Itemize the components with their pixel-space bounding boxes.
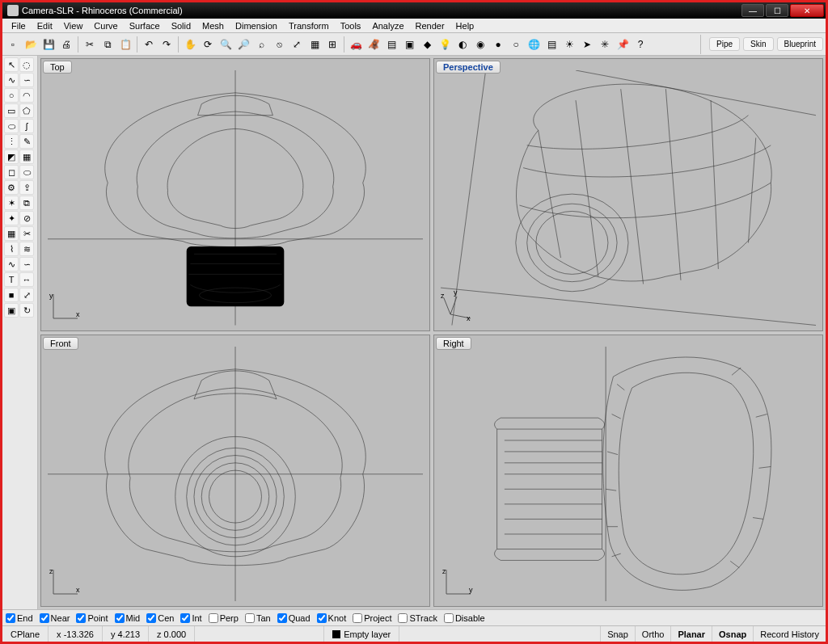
tool-boolean[interactable]: ⊘ (19, 211, 34, 225)
status-layer[interactable]: Empty layer (324, 626, 399, 642)
tool-group[interactable]: ⧉ (19, 196, 34, 210)
tool-surface-corner[interactable]: ◩ (4, 149, 19, 164)
tool-spark[interactable]: ✦ (4, 211, 19, 225)
osnap-project[interactable]: Project (353, 613, 391, 623)
tool-trim[interactable]: ✂ (19, 226, 34, 241)
tool-rect[interactable]: ▭ (4, 103, 19, 118)
menu-tools[interactable]: Tools (335, 20, 367, 32)
osnap-mid[interactable]: Mid (115, 613, 141, 623)
osnap-end[interactable]: End (6, 613, 33, 623)
tool-blend-srf[interactable]: ≋ (19, 242, 34, 256)
menu-surface[interactable]: Surface (124, 20, 166, 32)
menu-view[interactable]: View (58, 20, 89, 32)
zoom-win-icon[interactable]: ⌕ (253, 36, 269, 53)
new-icon[interactable]: ▫ (5, 36, 21, 53)
gear-yellow-icon[interactable]: ✳ (597, 36, 613, 53)
zoom-1to1-icon[interactable]: ⤢ (289, 36, 305, 53)
osnap-checkbox-knot[interactable] (317, 613, 327, 623)
menu-render[interactable]: Render (410, 20, 450, 32)
bulb-icon[interactable]: 💡 (437, 36, 453, 53)
tool-ellipse[interactable]: ⬭ (4, 119, 19, 133)
osnap-checkbox-project[interactable] (353, 613, 362, 623)
osnap-near[interactable]: Near (40, 613, 70, 623)
osnap-perp[interactable]: Perp (209, 613, 239, 623)
paste-icon[interactable]: 📋 (117, 36, 133, 53)
box-stack-icon[interactable]: ▤ (383, 36, 399, 53)
tab-pipe[interactable]: Pipe (709, 37, 740, 51)
zoom-dyn-icon[interactable]: ⍉ (271, 36, 287, 53)
four-view-icon[interactable]: ⊞ (324, 36, 340, 53)
tool-pointer[interactable]: ↖ (4, 57, 19, 72)
osnap-strack[interactable]: STrack (398, 613, 437, 623)
menu-transform[interactable]: Transform (283, 20, 335, 32)
sphere-icon[interactable]: ● (490, 36, 506, 53)
menu-file[interactable]: File (6, 20, 32, 32)
tool-polygon[interactable]: ⬠ (19, 103, 34, 118)
viewport-label-perspective[interactable]: Perspective (436, 61, 501, 74)
osnap-knot[interactable]: Knot (317, 613, 347, 623)
zoom-ext-icon[interactable]: 🔎 (235, 36, 251, 53)
viewport-label-top[interactable]: Top (43, 61, 72, 74)
tool-gear[interactable]: ⚙ (4, 180, 19, 195)
tool-mesh[interactable]: ▦ (4, 226, 19, 241)
tool-lasso[interactable]: ◌ (19, 57, 34, 72)
menu-solid[interactable]: Solid (166, 20, 196, 32)
copy-icon[interactable]: ⧉ (99, 36, 116, 53)
undo-icon[interactable]: ↶ (141, 36, 157, 53)
viewport-right[interactable]: Right (433, 335, 823, 608)
tool-extrude[interactable]: ⇪ (19, 180, 34, 195)
osnap-point[interactable]: Point (76, 613, 108, 623)
set-view-icon[interactable]: ▦ (306, 36, 323, 53)
osnap-cen[interactable]: Cen (146, 613, 174, 623)
tool-circle[interactable]: ○ (4, 88, 19, 103)
tool-projection[interactable]: ⤢ (19, 288, 34, 302)
tool-text[interactable]: T (4, 272, 19, 287)
viewport-label-front[interactable]: Front (43, 337, 78, 350)
status-toggle-planar[interactable]: Planar (670, 626, 712, 642)
save-icon[interactable]: 💾 (40, 36, 57, 53)
sphere-2-icon[interactable]: ○ (508, 36, 524, 53)
osnap-checkbox-near[interactable] (40, 613, 49, 623)
status-toggle-snap[interactable]: Snap (600, 626, 635, 642)
osnap-checkbox-quad[interactable] (277, 613, 287, 623)
render-gl-icon[interactable]: ◆ (419, 36, 435, 53)
osnap-int[interactable]: Int (180, 613, 201, 623)
car-icon[interactable]: 🚗 (348, 36, 364, 53)
minimize-button[interactable]: — (741, 4, 764, 17)
tool-cylinder[interactable]: ⬭ (19, 165, 34, 179)
viewport-label-right[interactable]: Right (436, 337, 471, 350)
tool-revolve[interactable]: ↻ (19, 303, 34, 318)
menu-help[interactable]: Help (450, 20, 480, 32)
tool-color-blue[interactable]: ■ (4, 288, 19, 302)
tool-dimension[interactable]: ↔ (19, 272, 34, 287)
menu-mesh[interactable]: Mesh (196, 20, 230, 32)
paper-plane-icon[interactable]: ➤ (579, 36, 595, 53)
tool-sweep[interactable]: ∫ (19, 119, 34, 133)
tool-arc[interactable]: ◠ (19, 88, 34, 103)
tool-curve-a[interactable]: ∿ (4, 257, 19, 271)
menu-analyze[interactable]: Analyze (366, 20, 409, 32)
pan-icon[interactable]: ✋ (182, 36, 198, 53)
help-icon[interactable]: ? (632, 36, 648, 53)
redo-icon[interactable]: ↷ (158, 36, 175, 53)
open-icon[interactable]: 📂 (23, 36, 39, 53)
osnap-checkbox-end[interactable] (6, 613, 15, 623)
osnap-checkbox-cen[interactable] (146, 613, 156, 623)
rotate-icon[interactable]: ⟳ (200, 36, 216, 53)
osnap-disable[interactable]: Disable (444, 613, 485, 623)
monkey-icon[interactable]: 🦧 (365, 36, 382, 53)
osnap-checkbox-point[interactable] (76, 613, 86, 623)
tab-skin[interactable]: Skin (743, 37, 773, 51)
status-toggle-ortho[interactable]: Ortho (635, 626, 671, 642)
box-icon[interactable]: ▣ (401, 36, 417, 53)
globe-icon[interactable]: 🌐 (526, 36, 542, 53)
tool-cvcurve[interactable]: ∽ (19, 73, 34, 87)
tab-blueprint[interactable]: Blueprint (777, 37, 823, 51)
osnap-checkbox-strack[interactable] (398, 613, 408, 623)
close-button[interactable]: ✕ (790, 4, 824, 17)
viewport-top[interactable]: Top (40, 58, 430, 331)
tool-box-blue[interactable]: ▣ (4, 303, 19, 318)
osnap-checkbox-int[interactable] (180, 613, 190, 623)
cut-icon[interactable]: ✂ (82, 36, 98, 53)
tool-box[interactable]: ◻ (4, 165, 19, 179)
